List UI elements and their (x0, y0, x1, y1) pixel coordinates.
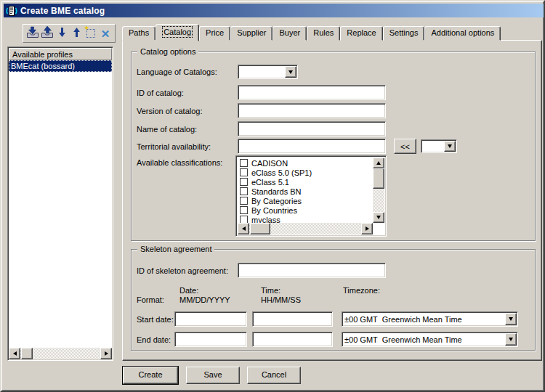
format-label: Format: (137, 295, 164, 305)
profiles-hscrollbar[interactable] (9, 348, 112, 359)
end-timezone-value: ±00 GMT Greenwich Mean Time (342, 335, 504, 344)
classification-label: By Categories (251, 197, 302, 205)
scroll-down-button[interactable] (373, 212, 384, 223)
scroll-left-button[interactable] (9, 348, 20, 359)
classification-item[interactable]: eClass 5.1 (238, 177, 373, 187)
tab-label: Price (206, 28, 224, 37)
chevron-down-icon[interactable] (285, 66, 296, 78)
language-label: Language of Catalogs: (137, 68, 217, 77)
end-date-input[interactable] (174, 332, 247, 347)
tab-rules[interactable]: Rules (307, 26, 340, 41)
save-button[interactable]: Save (186, 367, 240, 384)
window-icon (6, 5, 17, 17)
group-title: Skeleton agreement (137, 245, 214, 254)
new-item-icon: ✦ (86, 29, 95, 38)
move-left-button[interactable]: << (394, 139, 416, 154)
start-timezone-combo[interactable]: ±00 GMT Greenwich Mean Time (342, 311, 518, 327)
checkbox-icon[interactable] (240, 159, 248, 167)
catalog-version-input[interactable] (238, 103, 386, 118)
classification-item[interactable]: eClass 5.0 (SP1) (238, 168, 373, 177)
scroll-right-button[interactable] (361, 223, 373, 234)
catalog-version-label: Version of catalog: (137, 107, 203, 116)
classification-item[interactable]: myclass (238, 215, 373, 223)
scroll-thumb[interactable] (21, 348, 33, 359)
skeleton-id-label: ID of skeleton agreement: (137, 266, 228, 276)
profiles-items: BMEcat (bossard) (9, 60, 112, 348)
catalog-id-label: ID of catalog: (137, 89, 184, 98)
territorial-combo[interactable] (421, 139, 457, 153)
start-date-label: Start date: (137, 315, 174, 324)
classifications-hscrollbar[interactable] (238, 223, 373, 234)
classification-label: eClass 5.1 (251, 178, 289, 187)
tab-price[interactable]: Price (199, 26, 230, 41)
create-button[interactable]: Create (122, 366, 179, 385)
delete-x-icon: ✕ (101, 28, 110, 39)
move-up-button[interactable] (70, 26, 84, 41)
tab-label: Replace (347, 28, 376, 37)
tab-supplier[interactable]: Supplier (230, 26, 272, 41)
scroll-thumb[interactable] (373, 168, 384, 189)
checkbox-icon[interactable] (240, 168, 248, 176)
delete-profile-button[interactable]: ✕ (99, 26, 113, 41)
checkbox-icon[interactable] (240, 216, 248, 223)
new-profile-button[interactable]: ✦ (84, 26, 98, 41)
move-down-button[interactable] (55, 26, 69, 41)
classification-item[interactable]: By Categories (238, 196, 373, 205)
sparkle-icon: ✦ (84, 24, 89, 32)
territorial-input[interactable] (238, 139, 386, 154)
classification-item[interactable]: CADISON (238, 158, 373, 168)
profiles-column-header[interactable]: Available profiles (9, 48, 112, 60)
end-time-input[interactable] (252, 332, 333, 347)
cancel-button[interactable]: Cancel (247, 367, 301, 384)
checkbox-icon[interactable] (240, 187, 248, 195)
tab-settings[interactable]: Settings (383, 26, 425, 41)
scroll-up-button[interactable] (373, 158, 384, 168)
chevron-down-icon[interactable] (505, 333, 517, 346)
start-time-input[interactable] (252, 311, 333, 327)
tab-label: Paths (129, 28, 149, 37)
tray-export-icon (41, 26, 54, 41)
classifications-vscrollbar[interactable] (373, 158, 384, 223)
checkbox-icon[interactable] (240, 197, 248, 205)
catalog-id-input[interactable] (238, 85, 386, 100)
checkbox-icon[interactable] (240, 206, 248, 214)
classification-item[interactable]: Standards BN (238, 187, 373, 196)
skeleton-id-input[interactable] (238, 263, 386, 278)
classification-label: myclass (251, 216, 280, 224)
catalog-name-label: Name of catalog: (137, 125, 197, 134)
down-arrow-icon (58, 27, 66, 40)
tab-paths[interactable]: Paths (122, 26, 156, 41)
classification-item[interactable]: By Countries (238, 205, 373, 215)
classification-label: By Countries (251, 206, 297, 215)
classification-label: CADISON (251, 159, 288, 168)
scroll-thumb[interactable] (250, 223, 270, 234)
export-profile-button[interactable] (41, 26, 54, 41)
tab-buyer[interactable]: Buyer (272, 26, 307, 41)
chevron-down-icon[interactable] (444, 141, 456, 152)
catalog-name-input[interactable] (238, 121, 386, 136)
date-column-label: Date: (179, 286, 198, 295)
import-profile-button[interactable] (26, 26, 40, 41)
tab-label: Catalog (164, 28, 191, 36)
language-combo[interactable] (238, 65, 298, 79)
timezone-column-label: Timezone: (343, 286, 380, 295)
tab-replace[interactable]: Replace (340, 26, 382, 41)
scroll-left-button[interactable] (238, 223, 249, 234)
checkbox-icon[interactable] (240, 178, 248, 186)
end-timezone-combo[interactable]: ±00 GMT Greenwich Mean Time (342, 332, 518, 347)
create-button-label: Create (123, 367, 178, 384)
tab-catalog[interactable]: Catalog (156, 24, 199, 41)
profiles-list: Available profiles BMEcat (bossard) (7, 46, 113, 361)
dialog-create-bme-catalog: Create BME catalog (0, 0, 545, 392)
profile-item[interactable]: BMEcat (bossard) (9, 60, 112, 72)
chevron-down-icon[interactable] (505, 313, 517, 325)
scroll-right-button[interactable] (100, 348, 112, 359)
time-format-value: HH/MM/SS (261, 295, 301, 305)
tray-import-icon (26, 26, 39, 41)
tab-additional-options[interactable]: Additional options (424, 26, 501, 41)
tab-label: Settings (389, 28, 419, 37)
classifications-list: CADISONeClass 5.0 (SP1)eClass 5.1Standar… (235, 155, 387, 237)
classification-label: eClass 5.0 (SP1) (251, 168, 312, 177)
up-arrow-icon (73, 27, 81, 40)
start-date-input[interactable] (174, 311, 247, 327)
